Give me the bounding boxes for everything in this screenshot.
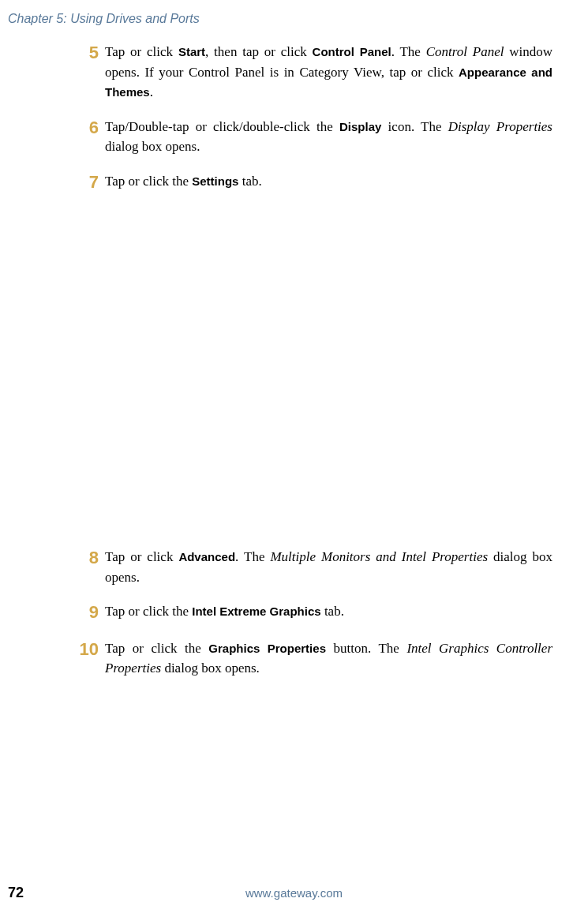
step-text: Tap or click the Settings tab. (105, 171, 552, 192)
step-number: 5 (75, 42, 99, 65)
footer-url: www.gateway.com (245, 886, 343, 900)
chapter-header: Chapter 5: Using Drives and Ports (8, 12, 564, 26)
step-number: 7 (75, 171, 99, 194)
step-text: Tap or click Start, then tap or click Co… (105, 42, 552, 103)
page-footer: 72 www.gateway.com (0, 885, 588, 901)
step-number: 10 (75, 638, 99, 661)
step-text: Tap/Double-tap or click/double-click the… (105, 117, 552, 157)
step-text: Tap or click the Graphics Properties but… (105, 638, 552, 679)
step-number: 6 (75, 117, 99, 140)
step-10: 10 Tap or click the Graphics Properties … (75, 638, 552, 679)
step-text: Tap or click Advanced. The Multiple Moni… (105, 547, 552, 587)
step-8: 8 Tap or click Advanced. The Multiple Mo… (75, 547, 552, 587)
step-text: Tap or click the Intel Extreme Graphics … (105, 601, 552, 622)
screenshot-placeholder (75, 208, 552, 547)
steps-container: 5 Tap or click Start, then tap or click … (24, 42, 564, 679)
step-7: 7 Tap or click the Settings tab. (75, 171, 552, 194)
step-number: 8 (75, 547, 99, 570)
step-5: 5 Tap or click Start, then tap or click … (75, 42, 552, 103)
step-6: 6 Tap/Double-tap or click/double-click t… (75, 117, 552, 157)
step-number: 9 (75, 601, 99, 624)
page-number: 72 (8, 885, 24, 901)
step-9: 9 Tap or click the Intel Extreme Graphic… (75, 601, 552, 624)
